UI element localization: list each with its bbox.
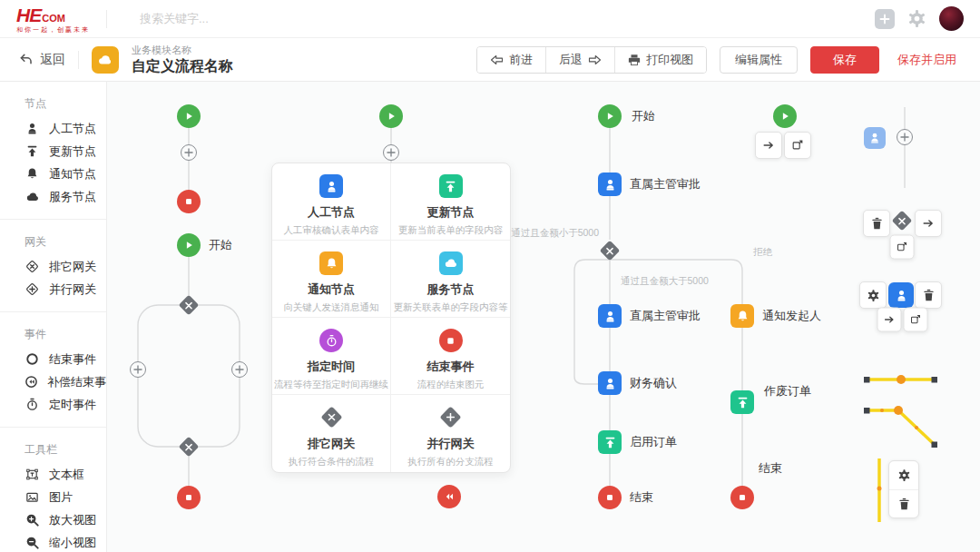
timer-icon bbox=[24, 398, 40, 411]
end-event-node[interactable] bbox=[177, 486, 201, 509]
update-icon bbox=[439, 174, 463, 198]
arrow-right-icon bbox=[884, 314, 896, 326]
manual-node[interactable] bbox=[598, 371, 622, 395]
manual-node[interactable] bbox=[598, 304, 622, 328]
node-label: 启用订单 bbox=[630, 434, 677, 450]
update-node[interactable] bbox=[730, 390, 754, 414]
sidebar-item-image[interactable]: 图片 bbox=[24, 486, 106, 508]
left-sidebar: 节点 人工节点 更新节点 通知节点 服务节点 网关 排它网关 bbox=[0, 82, 107, 552]
save-button[interactable]: 保存 bbox=[810, 46, 879, 74]
add-node-button[interactable] bbox=[231, 361, 248, 378]
sidebar-item-parallel-gateway[interactable]: 并行网关 bbox=[24, 278, 106, 301]
save-and-enable-button[interactable]: 保存并启用 bbox=[892, 46, 962, 74]
end-event-icon bbox=[24, 352, 40, 366]
start-event-node[interactable] bbox=[177, 233, 201, 257]
start-event-node[interactable] bbox=[598, 104, 622, 128]
search-input[interactable] bbox=[140, 12, 862, 25]
sidebar-item-zoom-in[interactable]: 放大视图 bbox=[24, 508, 106, 531]
palette-cell-timer[interactable]: 指定时间 流程等待至指定时间再继续 bbox=[272, 318, 391, 395]
logo-tagline: 和你一起，创赢未来 bbox=[16, 26, 90, 33]
parallel-gateway-icon bbox=[24, 281, 40, 297]
palette-cell-parallel-gateway[interactable]: 并行网关 执行所有的分支流程 bbox=[391, 395, 510, 472]
condition-label: 拒绝 bbox=[753, 246, 772, 259]
copy-icon bbox=[791, 139, 804, 152]
edit-properties-button[interactable]: 编辑属性 bbox=[720, 46, 798, 74]
divider bbox=[106, 10, 107, 28]
plus-icon[interactable] bbox=[875, 9, 895, 29]
history-button-group: 前进 后退 打印视图 bbox=[476, 46, 707, 74]
start-event-node[interactable] bbox=[177, 104, 201, 128]
avatar[interactable] bbox=[939, 6, 964, 31]
copy-node-button[interactable] bbox=[904, 308, 928, 332]
copy-node-button[interactable] bbox=[890, 235, 915, 260]
add-node-button[interactable] bbox=[383, 144, 399, 161]
add-node-button[interactable] bbox=[130, 361, 146, 378]
end-event-node[interactable] bbox=[730, 486, 754, 509]
node-settings-button[interactable] bbox=[859, 281, 887, 309]
notify-node[interactable] bbox=[730, 304, 754, 328]
connect-arrow-button[interactable] bbox=[915, 210, 942, 237]
page-title: 自定义流程名称 bbox=[132, 57, 233, 74]
node-label: 开始 bbox=[209, 237, 232, 253]
sidebar-item-timer-event[interactable]: 定时事件 bbox=[24, 393, 106, 416]
palette-cell-notify-node[interactable]: 通知节点 向关键人发送消息通知 bbox=[272, 241, 391, 318]
end-event-node[interactable] bbox=[177, 190, 201, 213]
printer-icon bbox=[628, 54, 641, 66]
add-node-button[interactable] bbox=[897, 129, 913, 145]
sidebar-item-update-node[interactable]: 更新节点 bbox=[24, 140, 106, 163]
sidebar-item-zoom-out[interactable]: 缩小视图 bbox=[24, 531, 106, 552]
sidebar-item-end-event[interactable]: 结束事件 bbox=[24, 348, 106, 370]
sidebar-item-exclusive-gateway[interactable]: 排它网关 bbox=[24, 255, 106, 278]
palette-cell-update-node[interactable]: 更新节点 更新当前表单的字段内容 bbox=[391, 163, 510, 241]
delete-node-button[interactable] bbox=[863, 210, 890, 237]
trash-icon bbox=[871, 217, 883, 230]
manual-node[interactable] bbox=[598, 172, 622, 196]
node-label: 结束 bbox=[759, 460, 782, 477]
copy-node-button[interactable] bbox=[784, 132, 811, 159]
copy-icon bbox=[910, 314, 922, 326]
palette-cell-end-event[interactable]: 结束事件 流程的结束图元 bbox=[391, 318, 510, 395]
service-cloud-icon bbox=[24, 190, 40, 204]
section-title-nodes: 节点 bbox=[24, 96, 106, 112]
module-label: 业务模块名称 bbox=[132, 44, 233, 56]
node-label: 开始 bbox=[632, 108, 655, 124]
connect-arrow-button[interactable] bbox=[877, 308, 902, 332]
connector-delete-button[interactable] bbox=[889, 489, 918, 518]
bell-icon bbox=[319, 251, 343, 275]
update-node[interactable] bbox=[598, 430, 622, 454]
logo[interactable]: HE COM 和你一起，创赢未来 bbox=[16, 5, 90, 33]
sidebar-item-service-node[interactable]: 服务节点 bbox=[24, 185, 106, 208]
palette-cell-service-node[interactable]: 服务节点 更新关联表单的字段内容等 bbox=[391, 241, 510, 318]
end-event-node[interactable] bbox=[598, 486, 622, 509]
hollow-right-arrow-icon bbox=[588, 54, 602, 65]
connect-arrow-button[interactable] bbox=[755, 132, 782, 159]
flow-canvas[interactable]: 开始 人工节点 人工审核确认表单内容 更新节点 更新当前表单的字段内容 通知节点 bbox=[107, 82, 980, 552]
sidebar-item-notify-node[interactable]: 通知节点 bbox=[24, 163, 106, 185]
connector-lines bbox=[107, 82, 980, 552]
print-view-button[interactable]: 打印视图 bbox=[614, 47, 706, 73]
back-button[interactable]: 返回 bbox=[18, 52, 65, 68]
sidebar-item-manual-node[interactable]: 人工节点 bbox=[24, 117, 106, 140]
palette-cell-exclusive-gateway[interactable]: 排它网关 执行符合条件的流程 bbox=[272, 395, 391, 472]
parallel-gateway-icon bbox=[439, 406, 461, 428]
header: 返回 业务模块名称 自定义流程名称 前进 后退 打印视图 编辑属性 保存 保存并… bbox=[0, 38, 980, 82]
update-icon bbox=[24, 144, 40, 158]
add-node-button[interactable] bbox=[181, 144, 197, 161]
gear-icon bbox=[867, 289, 880, 302]
manual-node-selected[interactable] bbox=[888, 282, 914, 308]
gear-icon[interactable] bbox=[907, 9, 926, 28]
start-event-node[interactable] bbox=[773, 104, 797, 128]
palette-cell-manual-node[interactable]: 人工节点 人工审核确认表单内容 bbox=[272, 163, 391, 241]
compensate-end-node[interactable] bbox=[437, 485, 461, 508]
backward-button[interactable]: 后退 bbox=[545, 47, 614, 73]
delete-node-button[interactable] bbox=[915, 281, 942, 309]
start-event-node[interactable] bbox=[379, 104, 403, 128]
forward-button[interactable]: 前进 bbox=[477, 47, 545, 73]
condition-label: 通过且金额小于5000 bbox=[497, 227, 599, 240]
person-icon bbox=[319, 174, 343, 198]
connector-settings-button[interactable] bbox=[889, 461, 918, 489]
sidebar-item-textbox[interactable]: 文本框 bbox=[24, 463, 106, 486]
manual-node-ghost[interactable] bbox=[864, 127, 886, 149]
sidebar-item-compensate-end-event[interactable]: 补偿结束事件 bbox=[24, 370, 106, 393]
node-palette-panel: 人工节点 人工审核确认表单内容 更新节点 更新当前表单的字段内容 通知节点 向关… bbox=[271, 163, 511, 473]
